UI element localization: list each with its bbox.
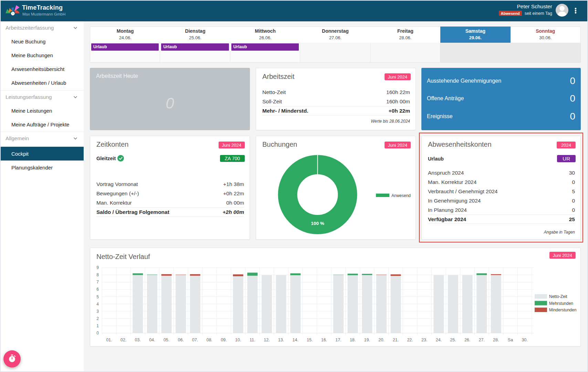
svg-text:17.: 17. [335,338,341,342]
svg-text:28.: 28. [493,338,499,342]
svg-text:06.: 06. [178,338,184,342]
svg-text:23.: 23. [421,338,427,342]
svg-text:03.: 03. [135,338,141,342]
svg-text:30.: 30. [522,338,527,342]
svg-text:08.: 08. [207,338,212,342]
svg-text:19.: 19. [364,338,370,342]
svg-text:Netto-Zeit: Netto-Zeit [549,294,567,299]
svg-text:24.: 24. [436,338,442,342]
svg-text:13.: 13. [278,338,284,342]
svg-text:02.: 02. [120,338,126,342]
svg-text:12.: 12. [264,338,270,342]
svg-text:11.: 11. [250,338,255,342]
svg-text:15.: 15. [307,338,313,342]
svg-text:07.: 07. [192,338,198,342]
svg-text:Anwesend: Anwesend [391,193,411,198]
svg-text:Mehrstunden: Mehrstunden [549,301,573,306]
svg-text:0: 0 [96,331,99,335]
svg-text:3: 3 [96,309,99,314]
svg-text:Sa: Sa [508,338,513,342]
svg-text:7: 7 [96,280,99,285]
svg-text:20.: 20. [378,338,384,342]
svg-text:100 %: 100 % [311,221,324,226]
svg-text:05.: 05. [164,338,169,342]
svg-text:9: 9 [96,265,99,270]
svg-text:14.: 14. [293,338,298,342]
svg-text:25.: 25. [450,338,456,342]
svg-text:09.: 09. [221,338,227,342]
svg-text:27.: 27. [479,338,485,342]
svg-text:18.: 18. [350,338,356,342]
svg-text:8: 8 [96,272,99,277]
svg-text:6: 6 [96,287,99,292]
svg-text:21.: 21. [393,338,399,342]
svg-text:1: 1 [96,323,99,328]
svg-text:26.: 26. [464,338,470,342]
svg-text:22.: 22. [407,338,413,342]
svg-text:04.: 04. [149,338,155,342]
svg-text:10.: 10. [235,338,241,342]
svg-text:4: 4 [96,302,99,307]
svg-text:01.: 01. [106,338,112,342]
svg-text:2: 2 [96,316,99,321]
svg-text:16.: 16. [321,338,327,342]
svg-text:5: 5 [96,294,99,299]
svg-text:Minderstunden: Minderstunden [549,308,576,312]
